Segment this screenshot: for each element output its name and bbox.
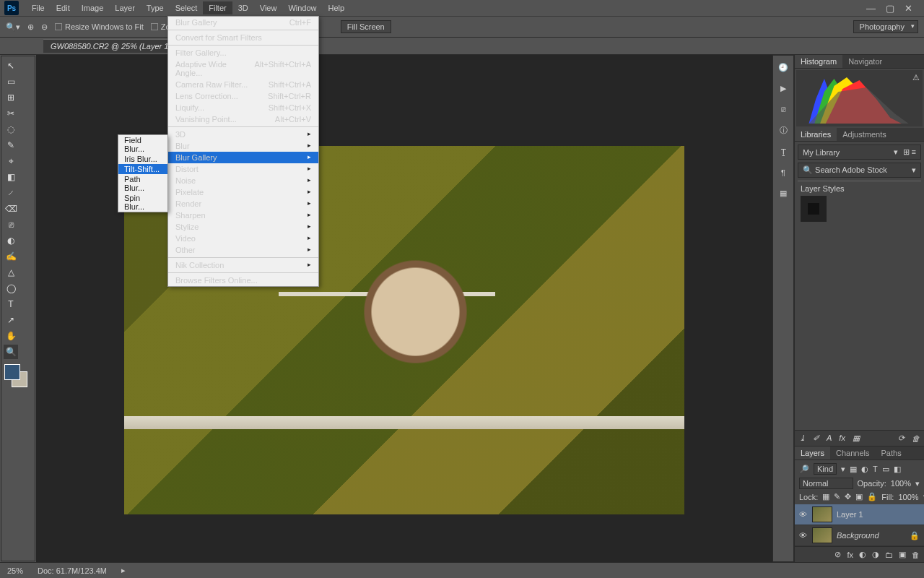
tool-10[interactable]: ⎚ [4, 217, 18, 232]
menu-window[interactable]: Window [282, 1, 322, 14]
workspace-selector[interactable]: Photography [853, 20, 918, 33]
char-style-icon[interactable]: A [827, 434, 832, 443]
lock-transparency-icon[interactable]: ▦ [822, 492, 829, 501]
lock-position-icon[interactable]: ✥ [845, 492, 851, 501]
layer-mask-icon[interactable]: ◐ [859, 550, 866, 559]
blur-gallery-item-spin-blur-[interactable]: Spin Blur... [118, 193, 167, 212]
lock-pixels-icon[interactable]: ✎ [834, 492, 840, 501]
filter-item-blur-gallery[interactable]: Blur GalleryCtrl+F [168, 17, 318, 28]
fill-screen-button[interactable]: Fill Screen [341, 20, 391, 33]
menu-3d[interactable]: 3D [232, 1, 254, 14]
filter-item-vanishing-point-[interactable]: Vanishing Point...Alt+Ctrl+V [168, 113, 318, 125]
lock-all-icon[interactable]: 🔒 [867, 492, 877, 501]
blend-mode-selector[interactable]: Normal [799, 478, 853, 489]
filter-item-adaptive-wide-angle-[interactable]: Adaptive Wide Angle...Alt+Shift+Ctrl+A [168, 59, 318, 79]
blur-gallery-item-path-blur-[interactable]: Path Blur... [118, 174, 167, 193]
tool-14[interactable]: ◯ [4, 281, 18, 296]
fx-icon[interactable]: fx [839, 434, 845, 443]
layer-filter-kind[interactable]: Kind [814, 463, 837, 475]
menu-select[interactable]: Select [170, 1, 204, 14]
filter-item-noise[interactable]: Noise [168, 175, 318, 186]
layer-row[interactable]: 👁Layer 1 [795, 504, 924, 525]
zoom-out-icon[interactable]: ⊖ [41, 22, 48, 32]
filter-item-video[interactable]: Video [168, 233, 318, 244]
visibility-icon[interactable]: 👁 [799, 531, 808, 540]
tab-paths[interactable]: Paths [876, 447, 907, 460]
tool-15[interactable]: T [4, 297, 18, 311]
zoom-level[interactable]: 25% [7, 566, 23, 575]
delete-layer-icon[interactable]: 🗑 [912, 551, 920, 559]
tool-2[interactable]: ⊞ [4, 90, 18, 105]
filter-pixel-icon[interactable]: ▦ [850, 465, 857, 474]
maximize-icon[interactable]: ▢ [886, 3, 894, 14]
close-icon[interactable]: ✕ [905, 3, 912, 14]
filter-item-lens-correction-[interactable]: Lens Correction...Shift+Ctrl+R [168, 90, 318, 102]
minimize-icon[interactable]: — [866, 3, 876, 14]
menu-type[interactable]: Type [141, 1, 170, 14]
blur-gallery-item-iris-blur-[interactable]: Iris Blur... [118, 154, 167, 164]
character-icon[interactable]: Ṯ [781, 147, 786, 157]
filter-type-icon[interactable]: T [873, 465, 878, 473]
tool-1[interactable]: ▭ [4, 74, 18, 89]
tool-18[interactable]: 🔍 [4, 345, 18, 359]
tool-9[interactable]: ⌫ [4, 202, 18, 216]
layer-row[interactable]: 👁Background🔒 [795, 525, 924, 546]
resize-windows-checkbox[interactable]: Resize Windows to Fit [55, 22, 144, 31]
filter-item-blur-gallery[interactable]: Blur Gallery [168, 152, 318, 163]
tab-channels[interactable]: Channels [830, 447, 875, 460]
filter-item-browse-filters-online-[interactable]: Browse Filters Online... [168, 275, 318, 286]
filter-item-blur[interactable]: Blur [168, 140, 318, 152]
menu-file[interactable]: File [26, 1, 51, 14]
tool-11[interactable]: ◐ [4, 233, 18, 248]
filter-shape-icon[interactable]: ▭ [882, 465, 889, 474]
actions-icon[interactable]: ▶ [780, 84, 786, 93]
new-layer-icon[interactable]: ▣ [899, 550, 906, 559]
histogram-warning-icon[interactable]: ⚠ [912, 73, 920, 82]
library-search[interactable]: 🔍 Search Adobe Stock ▾ [798, 163, 921, 178]
filter-item-convert-for-smart-filters[interactable]: Convert for Smart Filters [168, 32, 318, 43]
tab-navigator[interactable]: Navigator [842, 55, 888, 68]
fill-value[interactable]: 100% [898, 493, 918, 501]
menu-image[interactable]: Image [76, 1, 110, 14]
menu-filter[interactable]: Filter [203, 1, 232, 14]
tool-4[interactable]: ◌ [4, 122, 18, 137]
new-adjustment-icon[interactable]: ◑ [872, 550, 879, 559]
blur-gallery-item-tilt-shift-[interactable]: Tilt-Shift... [118, 164, 167, 174]
opacity-value[interactable]: 100% [891, 479, 911, 488]
new-group-icon[interactable]: 🗀 [885, 551, 893, 559]
menu-layer[interactable]: Layer [109, 1, 141, 14]
filter-item-render[interactable]: Render [168, 198, 318, 210]
tab-histogram[interactable]: Histogram [795, 55, 842, 68]
tool-8[interactable]: ⟋ [4, 186, 18, 200]
filter-item-stylize[interactable]: Stylize [168, 221, 318, 233]
menu-view[interactable]: View [254, 1, 283, 14]
tool-6[interactable]: ⌖ [4, 154, 18, 168]
filter-item-sharpen[interactable]: Sharpen [168, 210, 318, 221]
layer-style-thumb[interactable] [801, 196, 827, 222]
menu-edit[interactable]: Edit [51, 1, 76, 14]
library-selector[interactable]: My Library ▾ ⊞ ≡ [798, 144, 921, 160]
zoom-tool-icon[interactable]: 🔍▾ [6, 22, 20, 32]
info-icon[interactable]: ⓘ [780, 125, 788, 136]
tool-12[interactable]: ✍ [4, 249, 18, 264]
zoom-in-icon[interactable]: ⊕ [27, 22, 34, 32]
filter-item-other[interactable]: Other [168, 244, 318, 256]
sync-icon[interactable]: ⟳ [898, 434, 905, 443]
filter-item-camera-raw-filter-[interactable]: Camera Raw Filter...Shift+Ctrl+A [168, 79, 318, 90]
tab-adjustments[interactable]: Adjustments [837, 128, 892, 141]
tool-17[interactable]: ✋ [4, 329, 18, 343]
properties-icon[interactable]: ⎚ [781, 105, 786, 113]
add-content-icon[interactable]: ⤓ [799, 434, 806, 443]
visibility-icon[interactable]: 👁 [799, 510, 808, 519]
tool-16[interactable]: ↗ [4, 313, 18, 327]
filter-item-3d[interactable]: 3D [168, 129, 318, 140]
color-icon[interactable]: ▦ [853, 434, 860, 443]
filter-adjust-icon[interactable]: ◐ [861, 465, 868, 474]
filter-item-nik-collection[interactable]: Nik Collection [168, 259, 318, 271]
lock-artboard-icon[interactable]: ▣ [855, 492, 863, 501]
tool-7[interactable]: ◧ [4, 170, 18, 184]
filter-item-liquify-[interactable]: Liquify...Shift+Ctrl+X [168, 102, 318, 113]
layer-fx-icon[interactable]: fx [847, 551, 853, 559]
styles-icon[interactable]: ▦ [780, 189, 787, 198]
menu-help[interactable]: Help [323, 1, 351, 14]
